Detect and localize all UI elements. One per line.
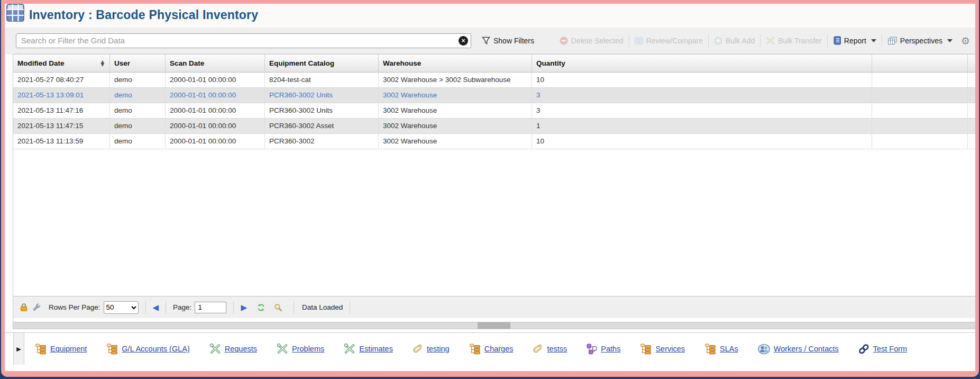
cell-modified-date: 2021-05-13 11:13:59 [13,134,110,149]
bulk-add-label: Bulk Add [726,37,755,45]
cell-quantity: 1 [532,119,872,133]
previous-page-icon[interactable]: ◀ [153,303,159,312]
footer-links: Equipment G/L Accounts (GLA) Requests Pr… [5,344,907,355]
wrench-icon[interactable] [33,303,41,312]
footer-link-testss[interactable]: testss [533,344,567,355]
cell-spacer [968,119,975,133]
toolbar: × Show Filters Delete Selected Review/Co… [5,28,975,54]
footer-link-test-form[interactable]: Test Form [858,344,907,355]
cell-user: demo [110,119,166,133]
delete-selected-button[interactable]: Delete Selected [554,37,629,45]
footer-link-equipment[interactable]: Equipment [35,344,87,355]
delete-selected-label: Delete Selected [571,37,624,45]
circle-plus-icon [714,37,722,45]
window-frame: Inventory : Barcode Physical Inventory ×… [1,0,979,377]
footer-link-estimates[interactable]: Estimates [344,344,393,354]
cell-empty [872,119,968,133]
search-box: × [16,33,471,48]
column-header-warehouse[interactable]: Warehouse [379,55,532,72]
footer-link-label: SLAs [720,345,738,353]
cell-quantity: 10 [532,73,872,87]
grid-body: 2021-05-27 08:40:27 demo 2000-01-01 00:0… [13,73,975,296]
attachment-icon [533,344,543,355]
clear-search-icon[interactable]: × [459,36,468,46]
column-header-spacer [968,55,975,72]
column-header-label: Warehouse [383,55,421,72]
magnifier-icon[interactable] [274,303,282,312]
cell-warehouse: 3002 Warehouse [379,134,532,149]
cell-warehouse: 3002 Warehouse > 3002 Subwarehouse [379,73,532,87]
table-row[interactable]: 2021-05-13 11:47:15 demo 2000-01-01 00:0… [13,119,975,134]
stacked-grids-icon [887,37,897,45]
footer-link-label: testss [547,345,567,353]
table-row[interactable]: 2021-05-13 11:47:16 demo 2000-01-01 00:0… [13,103,975,119]
pagination-bar: Rows Per Page: 50 ◀ Page: ▶ [13,296,975,318]
footer-link-label: Services [655,345,685,353]
lock-icon[interactable] [20,303,28,312]
crossed-tools-icon [277,344,288,354]
cell-user: demo [110,88,166,103]
next-page-icon[interactable]: ▶ [241,303,247,312]
footer-link-workers-contacts[interactable]: Workers / Contacts [758,344,839,355]
column-header-scan-date[interactable]: Scan Date [166,55,265,72]
column-header-modified-date[interactable]: Modified Date ▲▼ [13,55,110,72]
column-header-label: Modified Date [17,55,65,72]
show-filters-button[interactable]: Show Filters [477,37,539,45]
footer-link-problems[interactable]: Problems [277,344,324,354]
column-header-label: Equipment Catalog [269,55,334,72]
pager-separator [145,301,146,314]
collapse-handle[interactable]: ▶ [13,333,24,365]
cell-spacer [968,88,975,103]
sort-icon[interactable]: ▲▼ [101,60,105,67]
green-x-icon [766,37,775,45]
report-button[interactable]: Report [828,36,882,45]
cell-scan-date: 2000-01-01 00:00:00 [166,119,265,133]
cell-quantity: 10 [532,134,872,149]
footer-link-label: Estimates [359,345,393,353]
footer-link-requests[interactable]: Requests [209,344,257,354]
table-row[interactable]: 2021-05-27 08:40:27 demo 2000-01-01 00:0… [13,73,975,88]
flow-paths-icon [587,344,597,355]
cell-modified-date: 2021-05-13 13:09:01 [13,88,110,103]
bulk-add-button[interactable]: Bulk Add [709,37,760,45]
page-number-input[interactable] [195,302,226,313]
footer-link-label: Problems [292,345,324,353]
footer-link-paths[interactable]: Paths [587,344,620,355]
footer-link-label: Paths [601,345,620,353]
footer-link-testing[interactable]: testing [413,344,450,355]
footer-link-label: Workers / Contacts [774,345,839,353]
cell-empty [872,103,968,118]
horizontal-scrollbar[interactable] [13,322,975,329]
review-compare-button[interactable]: Review/Compare [629,37,708,45]
refresh-icon[interactable] [257,303,265,312]
table-row-selected[interactable]: 2021-05-13 13:09:01 demo 2000-01-01 00:0… [13,88,975,103]
crossed-tools-icon [344,344,355,354]
search-input[interactable] [16,33,471,48]
column-header-label: User [114,55,130,72]
cell-modified-date: 2021-05-13 11:47:15 [13,119,110,133]
scrollbar-thumb[interactable] [478,322,510,329]
footer-link-slas[interactable]: SLAs [704,344,738,355]
hierarchy-icon [704,344,716,355]
column-header-equipment-catalog[interactable]: Equipment Catalog [265,55,379,72]
column-header-user[interactable]: User [110,55,166,72]
table-row[interactable]: 2021-05-13 11:13:59 demo 2000-01-01 00:0… [13,134,975,149]
perspectives-button[interactable]: Perspectives [882,37,958,45]
cell-scan-date: 2000-01-01 00:00:00 [166,103,265,118]
grid-header-row: Modified Date ▲▼ User Scan Date Equipmen… [13,55,975,73]
page-title: Inventory : Barcode Physical Inventory [29,8,258,22]
rows-per-page-select[interactable]: 50 [104,301,139,314]
footer-link-charges[interactable]: Charges [469,344,514,355]
pager-separator [166,301,166,314]
cell-equipment-catalog: PCR360-3002 Asset [265,119,379,133]
cell-empty [872,134,968,149]
column-header-quantity[interactable]: Quantity [532,55,872,72]
gear-icon[interactable]: ⚙ [961,35,970,47]
footer-link-services[interactable]: Services [640,344,685,355]
cell-modified-date: 2021-05-13 11:47:16 [13,103,110,118]
column-header-label: Quantity [536,55,565,72]
bulk-transfer-button[interactable]: Bulk Transfer [761,37,827,45]
footer-link-gl-accounts[interactable]: G/L Accounts (GLA) [106,344,189,355]
attachment-icon [413,344,423,355]
hierarchy-icon [469,344,481,355]
